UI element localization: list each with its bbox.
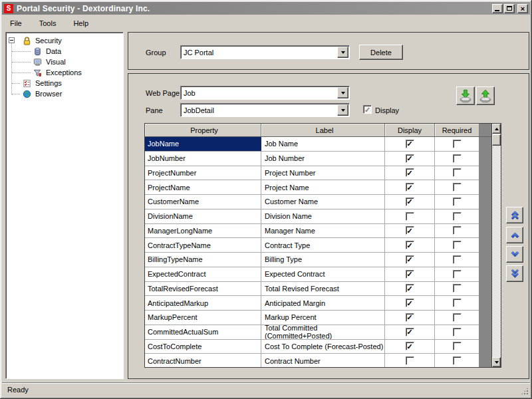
property-cell[interactable]: AnticipatedMarkup xyxy=(145,296,261,310)
table-row[interactable]: JobNumberJob Number✓ xyxy=(145,152,501,166)
scrollbar-thumb[interactable] xyxy=(492,134,501,146)
display-checkbox[interactable] xyxy=(406,212,414,221)
display-checkbox[interactable]: ✓ xyxy=(406,299,414,307)
required-checkbox[interactable] xyxy=(453,183,462,192)
display-checkbox[interactable]: ✓ xyxy=(406,270,414,279)
scroll-down-button[interactable] xyxy=(492,357,501,367)
display-checkbox[interactable]: ✓ xyxy=(406,154,414,163)
table-row[interactable]: ContractNumberContract Number xyxy=(145,354,501,367)
required-checkbox[interactable] xyxy=(453,313,462,322)
table-row[interactable]: DivisionNameDivision Name xyxy=(145,209,501,224)
required-checkbox[interactable] xyxy=(453,270,462,279)
required-checkbox[interactable] xyxy=(453,342,462,350)
display-checkbox[interactable] xyxy=(406,356,414,365)
required-checkbox[interactable] xyxy=(453,226,462,235)
property-cell[interactable]: CostToComplete xyxy=(145,340,261,354)
label-cell[interactable]: Job Number xyxy=(261,152,385,166)
property-cell[interactable]: ProjectName xyxy=(145,180,261,194)
property-cell[interactable]: ProjectNumber xyxy=(145,166,261,180)
display-checkbox[interactable]: ✓ xyxy=(406,255,414,264)
column-header-property[interactable]: Property xyxy=(145,124,261,136)
move-up-button[interactable] xyxy=(506,227,523,243)
resize-grip-icon[interactable] xyxy=(521,387,529,395)
label-cell[interactable]: Manager Name xyxy=(261,224,385,238)
table-row[interactable]: CustomerNameCustomer Name✓ xyxy=(145,195,501,209)
sidebar-item-settings[interactable]: Settings xyxy=(6,78,123,88)
table-row[interactable]: BillingTypeNameBilling Type✓ xyxy=(145,253,501,267)
table-row[interactable]: AnticipatedMarkupAnticipated Margin✓ xyxy=(145,296,501,311)
label-cell[interactable]: Billing Type xyxy=(261,253,385,267)
display-checkbox[interactable]: ✓ xyxy=(406,284,414,293)
table-row[interactable]: ProjectNameProject Name✓ xyxy=(145,180,501,195)
minimize-button[interactable] xyxy=(492,4,503,13)
table-row[interactable]: TotalRevisedForecastTotal Revised Foreca… xyxy=(145,282,501,297)
sidebar-item-browser[interactable]: Browser xyxy=(6,88,123,99)
group-combobox[interactable]: JC Portal xyxy=(180,45,350,59)
delete-button[interactable]: Delete xyxy=(359,45,403,60)
table-row[interactable]: ExpectedContractExpected Contract✓ xyxy=(145,267,501,282)
required-checkbox[interactable] xyxy=(453,299,462,307)
label-cell[interactable]: Anticipated Margin xyxy=(261,296,385,310)
required-checkbox[interactable] xyxy=(453,356,462,365)
required-checkbox[interactable] xyxy=(453,212,462,221)
column-header-label[interactable]: Label xyxy=(261,124,385,136)
label-cell[interactable]: Division Name xyxy=(261,209,385,223)
column-header-display[interactable]: Display xyxy=(385,124,435,136)
menu-tools[interactable]: Tools xyxy=(33,17,63,29)
column-header-required[interactable]: Required xyxy=(435,124,479,136)
display-checkbox[interactable]: ✓ xyxy=(406,168,414,177)
label-cell[interactable]: Total Committed (Committed+Posted) xyxy=(261,325,385,339)
required-checkbox[interactable] xyxy=(453,284,462,293)
label-cell[interactable]: Customer Name xyxy=(261,195,385,209)
close-button[interactable]: × xyxy=(517,4,528,13)
property-cell[interactable]: TotalRevisedForecast xyxy=(145,282,261,296)
property-cell[interactable]: MarkupPercent xyxy=(145,311,261,325)
label-cell[interactable]: Cost To Complete (Forecast-Posted) xyxy=(261,340,385,354)
required-checkbox[interactable] xyxy=(453,168,462,177)
navigation-tree[interactable]: SecurityDataVisualExceptionsSettingsBrow… xyxy=(5,32,124,379)
maximize-button[interactable] xyxy=(504,4,515,13)
display-checkbox[interactable]: ✓ xyxy=(406,198,414,206)
property-cell[interactable]: CommittedActualSum xyxy=(145,325,261,339)
push-down-button[interactable] xyxy=(456,86,475,105)
group-combobox-dropdown[interactable] xyxy=(337,47,348,58)
table-row[interactable]: ManagerLongNameManager Name✓ xyxy=(145,224,501,239)
display-checkbox[interactable]: ✓ xyxy=(363,105,372,114)
display-checkbox[interactable]: ✓ xyxy=(406,183,414,192)
sidebar-item-data[interactable]: Data xyxy=(6,46,123,57)
required-checkbox[interactable] xyxy=(453,255,462,264)
label-cell[interactable]: Project Number xyxy=(261,166,385,180)
web-page-combobox-dropdown[interactable] xyxy=(337,87,348,98)
property-cell[interactable]: ContractNumber xyxy=(145,354,261,367)
table-row[interactable]: MarkupPercentMarkup Percent✓ xyxy=(145,311,501,325)
move-bottom-button[interactable] xyxy=(506,265,523,282)
table-row[interactable]: ProjectNumberProject Number✓ xyxy=(145,166,501,181)
menu-file[interactable]: File xyxy=(4,17,28,29)
label-cell[interactable]: Contract Type xyxy=(261,238,385,252)
property-cell[interactable]: ContractTypeName xyxy=(145,238,261,252)
label-cell[interactable]: Markup Percent xyxy=(261,311,385,325)
web-page-combobox[interactable]: Job xyxy=(180,86,350,100)
table-row[interactable]: CostToCompleteCost To Complete (Forecast… xyxy=(145,340,501,354)
property-cell[interactable]: DivisionName xyxy=(145,209,261,223)
sidebar-item-exceptions[interactable]: Exceptions xyxy=(6,67,123,78)
label-cell[interactable]: Expected Contract xyxy=(261,267,385,281)
label-cell[interactable]: Total Revised Forecast xyxy=(261,282,385,296)
label-cell[interactable]: Project Name xyxy=(261,180,385,194)
menu-help[interactable]: Help xyxy=(67,17,94,29)
table-row[interactable]: JobNameJob Name✓ xyxy=(145,137,501,152)
label-cell[interactable]: Contract Number xyxy=(261,354,385,367)
table-scrollbar[interactable] xyxy=(491,124,501,367)
display-checkbox[interactable]: ✓ xyxy=(406,241,414,249)
required-checkbox[interactable] xyxy=(453,154,462,163)
pane-combobox[interactable]: JobDetail xyxy=(180,103,350,117)
property-cell[interactable]: BillingTypeName xyxy=(145,253,261,267)
table-row[interactable]: CommittedActualSumTotal Committed (Commi… xyxy=(145,325,501,340)
required-checkbox[interactable] xyxy=(453,198,462,206)
required-checkbox[interactable] xyxy=(453,328,462,336)
title-bar[interactable]: S Portal Security - Dextordinary Inc. × xyxy=(2,2,530,15)
push-up-button[interactable] xyxy=(476,86,495,105)
display-checkbox[interactable]: ✓ xyxy=(406,140,414,148)
move-down-button[interactable] xyxy=(506,246,523,263)
required-checkbox[interactable] xyxy=(453,140,462,148)
